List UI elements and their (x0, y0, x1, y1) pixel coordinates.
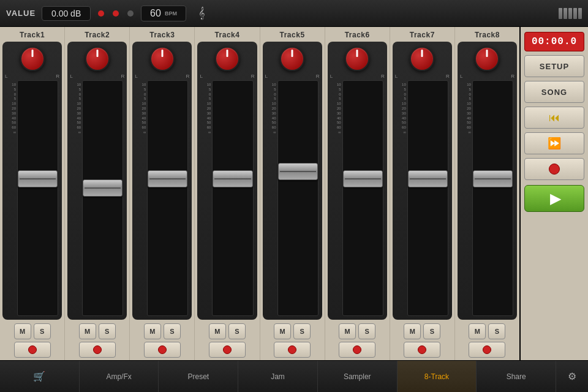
track-record-button-1[interactable] (14, 342, 51, 358)
solo-button-2[interactable]: S (99, 323, 116, 339)
track-record-button-6[interactable] (339, 342, 375, 358)
track-label-7: Track7 (410, 27, 435, 40)
knob-indicator (161, 50, 163, 57)
mixer: Track1LR10505102030405060∞MSTrack2LR1050… (0, 27, 521, 360)
l-label: L (200, 74, 202, 79)
fader-track-2[interactable] (82, 80, 123, 316)
nav-item-jam[interactable]: Jam (238, 361, 318, 392)
track-label-8: Track8 (475, 27, 500, 40)
track-record-button-3[interactable] (144, 342, 181, 358)
nav-settings[interactable]: ⚙ (556, 361, 588, 392)
record-dot-icon (549, 164, 560, 175)
fader-area-8: 10505102030405060∞ (458, 79, 517, 317)
mute-button-6[interactable]: M (339, 323, 356, 339)
solo-button-7[interactable]: S (423, 323, 440, 339)
fader-track-6[interactable] (342, 80, 383, 316)
fader-track-3[interactable] (147, 80, 188, 316)
fader-scale: 10505102030405060∞ (265, 80, 276, 316)
fader-scale: 10505102030405060∞ (70, 80, 81, 316)
nav-item-sampler[interactable]: Sampler (318, 361, 398, 392)
record-dot-icon (483, 345, 491, 354)
knob-indicator (96, 50, 98, 57)
mute-button-1[interactable]: M (14, 323, 31, 339)
mute-button-5[interactable]: M (274, 323, 291, 339)
fader-area-5: 10505102030405060∞ (263, 79, 322, 317)
track-record-button-5[interactable] (274, 342, 311, 358)
knob-8[interactable] (473, 45, 500, 72)
fader-handle-1[interactable] (18, 170, 58, 187)
fader-area-2: 10505102030405060∞ (67, 79, 127, 317)
mute-button-4[interactable]: M (209, 323, 226, 339)
fader-handle-5[interactable] (278, 163, 318, 180)
track-record-button-4[interactable] (209, 342, 246, 358)
fader-handle-7[interactable] (408, 170, 448, 187)
play-button[interactable]: ▶ (524, 185, 584, 212)
knob-1[interactable] (19, 45, 46, 72)
mute-button-7[interactable]: M (404, 323, 421, 339)
fader-handle-3[interactable] (148, 170, 187, 187)
mute-button-8[interactable]: M (469, 323, 486, 339)
tracks-container: Track1LR10505102030405060∞MSTrack2LR1050… (0, 27, 519, 360)
knob-3[interactable] (149, 45, 176, 72)
track-label-3: Track3 (149, 27, 175, 40)
knob-indicator (421, 50, 423, 57)
fader-track-8[interactable] (472, 80, 513, 316)
track-column-2: Track2LR10505102030405060∞MS (65, 27, 130, 360)
bottom-controls-5: MS (271, 321, 313, 360)
fader-handle-6[interactable] (343, 170, 383, 187)
tuner-icon[interactable]: 𝄞 (198, 7, 205, 20)
status-dot-1 (98, 10, 104, 17)
r-label: R (186, 74, 190, 79)
l-label: L (460, 74, 462, 79)
fader-handle-8[interactable] (473, 170, 513, 187)
settings-icon: ⚙ (568, 371, 576, 382)
solo-button-6[interactable]: S (358, 323, 375, 339)
knob-6[interactable] (344, 45, 371, 72)
track-record-button-8[interactable] (469, 342, 505, 358)
song-button[interactable]: SONG (524, 81, 584, 103)
r-label: R (446, 74, 450, 79)
fader-scale: 10505102030405060∞ (460, 80, 471, 316)
knob-5[interactable] (279, 45, 306, 72)
mute-button-2[interactable]: M (79, 323, 96, 339)
fast-forward-button[interactable]: ⏩ (524, 132, 584, 154)
fader-track-1[interactable] (17, 80, 58, 316)
r-label: R (316, 74, 320, 79)
solo-button-8[interactable]: S (488, 323, 505, 339)
channel-strip-8: LR10505102030405060∞ (458, 42, 517, 320)
track-label-6: Track6 (345, 27, 370, 40)
setup-button[interactable]: SETUP (524, 55, 584, 77)
nav-item-8track[interactable]: 8-Track (398, 361, 477, 392)
knob-4[interactable] (214, 45, 241, 72)
r-label: R (56, 74, 59, 79)
solo-button-4[interactable]: S (228, 323, 246, 339)
mute-button-3[interactable]: M (144, 323, 161, 339)
bpm-display[interactable]: 60 BPM (141, 6, 186, 21)
fader-track-7[interactable] (407, 80, 448, 316)
track-record-button-2[interactable] (79, 342, 116, 358)
knob-2[interactable] (84, 45, 111, 72)
track-column-5: Track5LR10505102030405060∞MS (260, 27, 325, 360)
fader-handle-4[interactable] (213, 170, 252, 187)
channel-strip-2: LR10505102030405060∞ (67, 42, 127, 320)
fader-track-4[interactable] (212, 80, 253, 316)
solo-button-1[interactable]: S (34, 323, 51, 339)
solo-button-3[interactable]: S (164, 323, 181, 339)
nav-item-cart[interactable]: 🛒 (0, 361, 80, 392)
nav-item-preset[interactable]: Preset (159, 361, 238, 392)
fader-scale: 10505102030405060∞ (5, 80, 16, 316)
fader-track-5[interactable] (277, 80, 318, 316)
record-button[interactable] (524, 158, 584, 180)
level-meter (559, 8, 582, 19)
solo-button-5[interactable]: S (293, 323, 311, 339)
track-column-7: Track7LR10505102030405060∞MS (390, 27, 455, 360)
track-record-button-7[interactable] (404, 342, 440, 358)
r-label: R (381, 74, 385, 79)
record-dot-icon (353, 345, 361, 354)
meter-bar (573, 8, 577, 19)
nav-item-share[interactable]: Share (477, 361, 556, 392)
knob-7[interactable] (409, 45, 435, 72)
nav-item-ampfx[interactable]: Amp/Fx (80, 361, 159, 392)
fader-handle-2[interactable] (83, 179, 123, 197)
rewind-button[interactable]: ⏮ (524, 107, 584, 129)
